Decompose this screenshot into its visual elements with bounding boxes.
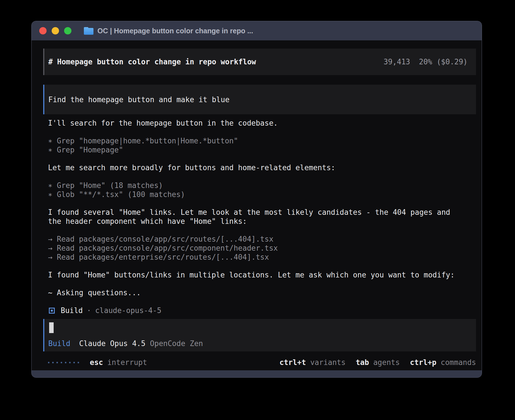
text-cursor	[49, 322, 54, 333]
variants-label: variants	[310, 358, 346, 367]
keyboard-shortcuts: ctrl+t variants tab agents ctrl+p comman…	[280, 358, 476, 367]
composer-status-row: Build Claude Opus 4.5 OpenCode Zen	[48, 339, 472, 348]
tool-call-text: Read packages/console/app/src/routes/[..…	[57, 235, 273, 243]
assistant-status-text: ~ Asking questions...	[48, 288, 465, 297]
composer-model-name: Claude Opus 4.5	[79, 339, 145, 348]
terminal-screen: # Homepage button color change in repo w…	[32, 40, 482, 370]
tool-call-text: Grep "homepage|home.*button|Home.*button…	[57, 137, 238, 145]
zoom-window-button[interactable]	[64, 27, 71, 34]
traffic-lights	[39, 27, 71, 34]
tool-call-line: ∗ Grep "Home" (18 matches)	[48, 181, 465, 190]
composer-agent-mode[interactable]: Build	[48, 339, 70, 348]
ctrl-t-key-hint: ctrl+t	[280, 358, 306, 367]
tab-key-hint: tab	[356, 358, 369, 367]
separator-dot: ·	[87, 306, 91, 315]
grep-bullet-icon: ∗	[48, 137, 53, 145]
spinner-dot	[73, 362, 75, 363]
window-bottom-frame	[32, 370, 482, 377]
session-title: # Homepage button color change in repo w…	[48, 58, 256, 66]
user-message-text: Find the homepage button and make it blu…	[48, 95, 230, 104]
agent-name: Build	[61, 306, 83, 315]
folder-icon	[84, 27, 93, 35]
glob-bullet-icon: ∗	[48, 190, 53, 199]
prompt-input[interactable]: Build Claude Opus 4.5 OpenCode Zen	[43, 319, 476, 351]
agent-model-id: claude-opus-4-5	[95, 306, 162, 315]
agent-status-line: Build · claude-opus-4-5	[48, 306, 476, 315]
ctrl-p-key-hint: ctrl+p	[410, 358, 437, 367]
tool-call-line: ∗ Grep "homepage|home.*button|Home.*butt…	[48, 136, 465, 145]
status-footer: esc interrupt ctrl+t variants tab agents…	[48, 358, 476, 367]
tool-call-line: → Read packages/enterprise/src/routes/[.…	[48, 253, 465, 262]
build-agent-icon	[49, 308, 55, 314]
tool-call-text: Grep "Homepage"	[57, 146, 123, 154]
agents-label: agents	[373, 358, 400, 367]
spinner-dot	[56, 362, 58, 363]
tool-call-line: → Read packages/console/app/src/componen…	[48, 244, 465, 253]
terminal-window: OC | Homepage button color change in rep…	[31, 21, 482, 378]
tool-call-line: ∗ Grep "Homepage"	[48, 145, 465, 154]
tool-call-text: Read packages/console/app/src/component/…	[57, 244, 278, 252]
grep-bullet-icon: ∗	[48, 146, 53, 154]
commands-label: commands	[441, 358, 476, 367]
assistant-text: Let me search more broadly for buttons a…	[48, 163, 465, 172]
esc-key-hint: esc	[90, 358, 103, 367]
spinner-dot	[52, 362, 54, 363]
session-token-stats: 39,413 20% ($0.29)	[384, 58, 468, 66]
minimize-window-button[interactable]	[52, 27, 59, 34]
user-message: Find the homepage button and make it blu…	[43, 85, 476, 114]
read-arrow-icon: →	[48, 253, 53, 261]
assistant-text: I found "Home" buttons/links in multiple…	[48, 270, 465, 279]
spinner-dot	[65, 362, 66, 363]
spinner-dot	[61, 362, 62, 363]
composer-provider-name: OpenCode Zen	[150, 339, 203, 348]
tool-call-text: Read packages/enterprise/src/routes/[...…	[57, 253, 269, 261]
tool-call-text: Grep "Home" (18 matches)	[57, 181, 163, 190]
session-header: # Homepage button color change in repo w…	[43, 49, 476, 75]
tool-call-line: ∗ Glob "**/*.tsx" (100 matches)	[48, 190, 465, 199]
assistant-text: I found several "Home" links. Let me loo…	[48, 208, 465, 226]
window-title: OC | Homepage button color change in rep…	[97, 27, 253, 35]
read-arrow-icon: →	[48, 235, 53, 243]
tool-call-line: → Read packages/console/app/src/routes/[…	[48, 235, 465, 244]
read-arrow-icon: →	[48, 244, 53, 252]
close-window-button[interactable]	[39, 27, 47, 34]
shortcut-variants: ctrl+t variants	[280, 358, 346, 367]
esc-key-label: interrupt	[107, 358, 147, 367]
spinner-dot	[48, 362, 49, 363]
tool-call-text: Glob "**/*.tsx" (100 matches)	[57, 190, 185, 199]
assistant-response: I'll search for the homepage button in t…	[48, 119, 465, 297]
titlebar[interactable]: OC | Homepage button color change in rep…	[32, 21, 482, 40]
grep-bullet-icon: ∗	[48, 181, 53, 190]
working-spinner-dots	[48, 362, 79, 363]
assistant-text: I'll search for the homepage button in t…	[48, 119, 465, 128]
shortcut-commands: ctrl+p commands	[410, 358, 476, 367]
spinner-dot	[78, 362, 79, 363]
shortcut-agents: tab agents	[356, 358, 400, 367]
spinner-dot	[69, 362, 71, 363]
